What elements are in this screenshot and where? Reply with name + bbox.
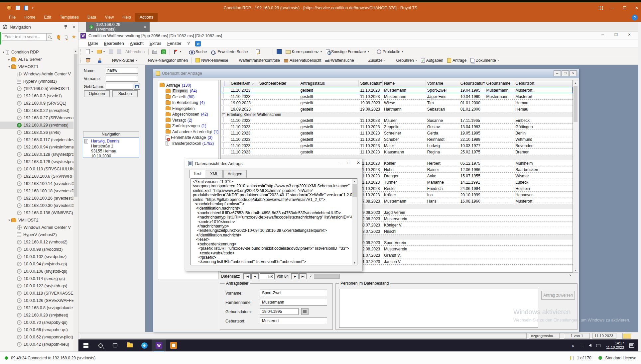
toolbar-open-folder-button[interactable]: ▾ xyxy=(95,48,106,55)
app-maximize-button[interactable]: ❐ xyxy=(612,33,620,37)
notification-center-icon[interactable] xyxy=(629,343,634,348)
edge-button[interactable]: e xyxy=(137,339,152,351)
teamviewer-icon[interactable]: ⇄ xyxy=(195,41,201,46)
column-header-geburtsort[interactable]: Geburtsort xyxy=(514,80,573,87)
geburtsdatum-picker-button[interactable] xyxy=(301,308,309,315)
app-menu-datei[interactable]: Datei xyxy=(86,41,100,46)
scrollbar-thumb[interactable] xyxy=(574,86,577,122)
toolbar-printer-button[interactable] xyxy=(151,48,159,55)
hscrollbar-thumb[interactable] xyxy=(314,274,340,279)
table-row[interactable]: 11.10.2023gestellt11.10.2023MaurerSusann… xyxy=(221,117,573,124)
gebdatum-input[interactable] xyxy=(106,83,133,90)
minimize-button[interactable]: ─ xyxy=(611,6,614,10)
dialog-text-area[interactable]: <?xml version="1.0"?> <vorgang.transport… xyxy=(191,178,357,265)
nav-tree-item-192-168-0-117-srvjvtestdev[interactable]: ✕192.168.0.117 (srvjvtestdev xyxy=(0,136,74,143)
favorites-star-icon[interactable]: ★ xyxy=(72,34,76,40)
toolbar-save-button[interactable] xyxy=(107,48,115,55)
column-header-gestelltam[interactable]: GestelltAm▽ xyxy=(229,80,258,87)
session-tab[interactable]: 192.168.0.29 (srvdmsts) ✕ xyxy=(86,22,150,32)
table-row[interactable]: 11.10.2023gestellt11.10.2023SchreinerGer… xyxy=(221,130,573,136)
table-group-row[interactable]: −Erteilung Kleiner Waffenschein xyxy=(221,112,573,117)
nav-tree-item-10-0-0-114-srvozg-qs[interactable]: ✕10.0.0.114 (srvozg-qs) xyxy=(0,275,74,282)
nav-tree-item-192-168-100-30-srvextest0[interactable]: ✕192.168.100.30 (srvextest0 xyxy=(0,202,74,209)
file-explorer-button[interactable] xyxy=(122,339,137,351)
hscroll-left-icon[interactable]: < xyxy=(310,275,312,278)
last-record-button[interactable]: ▶| xyxy=(299,273,307,279)
nav-tree-item-vmhost1[interactable]: ▾VMHOST1 xyxy=(0,63,74,70)
personen-listbox[interactable] xyxy=(339,289,538,328)
keyboard-icon[interactable] xyxy=(596,344,600,347)
nav-tree-item-10-0-0-126-srvexwaffe[interactable]: ✕10.0.0.126 (SRVEXWAFFE) xyxy=(0,297,74,304)
antragsteller-vorname-input[interactable] xyxy=(260,290,327,296)
toolbar-korrespondenz-button[interactable]: Korrespondenz▾ xyxy=(284,48,323,55)
geburtsort-input[interactable] xyxy=(260,318,327,324)
toolbar-protokolle-button[interactable]: Protokolle▾ xyxy=(375,48,405,55)
toolbar-delete-x-button[interactable] xyxy=(262,48,271,55)
antraege-tree-item-fehlerhafte-antr-ge[interactable]: Fehlerhafte Anträge(3) xyxy=(158,135,218,141)
scroll-down-icon[interactable]: ▼ xyxy=(352,260,357,265)
toolbar-word-button[interactable] xyxy=(275,48,283,55)
toolbar-erweiterte-suche-button[interactable]: Erweiterte Suche xyxy=(209,48,249,55)
nav-tree-item-192-168-100-26-srvextest0[interactable]: ✕192.168.100.26 (srvextest0 xyxy=(0,195,74,202)
scrollbar-thumb[interactable] xyxy=(352,184,357,197)
calendar-button[interactable] xyxy=(134,83,140,90)
toolbar-sonstige-formulare-button[interactable]: Sonstige Formulare▾ xyxy=(324,48,371,55)
nav-tree-item-192-168-100-14-srvextest0[interactable]: ✕192.168.100.14 (srvextest0 xyxy=(0,180,74,187)
familienname-input[interactable] xyxy=(260,299,327,306)
nwr-aufgaben-button[interactable]: Aufgaben xyxy=(419,57,445,64)
nwr-dokumente-button[interactable]: Dokumente▾ xyxy=(469,57,500,64)
task-view-button[interactable] xyxy=(108,339,122,351)
nav-tree-item-192-168-100-18-srvextest0[interactable]: ✕192.168.100.18 (srvextest0 xyxy=(0,187,74,195)
name-input[interactable] xyxy=(106,67,138,74)
scroll-up-icon[interactable]: ▲ xyxy=(73,48,78,53)
uebersicht-titlebar[interactable]: Übersicht der Anträge ─ ❐ ✕ xyxy=(153,69,579,78)
tray-expand-icon[interactable]: ∧ xyxy=(568,344,577,347)
app-menu-fenster[interactable]: Fenster xyxy=(165,41,184,46)
hscroll-right-icon[interactable]: > xyxy=(569,274,571,277)
close-button[interactable]: ✕ xyxy=(635,6,638,10)
table-row[interactable]: 19.09.2023gestellt19.09.2023HartmannSeba… xyxy=(221,106,573,112)
nav-tree-item-192-168-0-9-srvsql[interactable]: ✕192.168.0.9 (SRVSQL) xyxy=(0,100,74,107)
waffenverwaltung-app-button[interactable]: W xyxy=(152,339,166,351)
expanded-expander-icon[interactable]: ▾ xyxy=(7,219,11,222)
nav-tree-item-192-168-100-6-srvnwrfl[interactable]: ✕192.168.100.6 (SRVNWRFL xyxy=(0,173,74,180)
table-header[interactable]: GestelltAm▽SachbearbeiterAntragsstatusSt… xyxy=(221,80,573,87)
nwr-person-button[interactable] xyxy=(96,57,103,64)
scrollbar-thumb[interactable] xyxy=(74,54,77,197)
table-row[interactable]: 11.10.2023gestellt11.10.2023MustermannJä… xyxy=(221,93,573,100)
nav-tree-item-hyperv-vmhost1[interactable]: HyperV (vmhost1) xyxy=(0,78,74,85)
table-row[interactable]: 11.10.2023gestellt11.10.2023SchuberReinh… xyxy=(221,136,573,142)
document-icon[interactable] xyxy=(24,6,28,10)
scroll-down-icon[interactable]: ▼ xyxy=(573,268,578,272)
nav-tree-item-10-0-0-94-srvjstnds-qs[interactable]: ✕10.0.0.94 (srvjstnds-qs) xyxy=(0,260,74,268)
navigation-vertical-scrollbar[interactable]: ▲ ▼ xyxy=(73,48,78,364)
orange-app-button[interactable] xyxy=(166,339,181,351)
toolbar-abbrechen-button[interactable]: Abbrechen xyxy=(124,48,146,55)
app-menu-extras[interactable]: Extras xyxy=(147,41,164,46)
table-vertical-scrollbar[interactable]: ▲ ▼ xyxy=(573,80,578,273)
rts-menu-view[interactable]: View xyxy=(100,13,118,22)
bulb-on-icon[interactable] xyxy=(57,35,60,39)
nav-tree-item-192-168-0-12-vmhost2[interactable]: ✕192.168.0.12 (vmhost2) xyxy=(0,238,74,246)
maximize-button[interactable]: ☐ xyxy=(623,6,626,10)
nwr-nwr-suche-button[interactable]: NWR-Suche▾ xyxy=(104,57,139,64)
nav-tree-item-192-168-0-8-srvjagdakade[interactable]: ✕192.168.0.8 (srvjagdakade xyxy=(0,304,74,312)
scroll-up-icon[interactable]: ▲ xyxy=(573,80,578,85)
nav-tree-item-192-168-0-3-srvdc1[interactable]: ✕192.168.0.3 (srvdc1) xyxy=(0,92,74,100)
dialog-tab-text[interactable]: Text xyxy=(189,170,205,178)
nav-tree-item-192-168-0-22-srvsqltest[interactable]: ✕192.168.0.22 (srvsqltest) xyxy=(0,107,74,114)
pin-icon[interactable] xyxy=(64,25,68,29)
nav-tree-item-alte-server[interactable]: ▸ALTE Server xyxy=(0,56,74,63)
app-menu-help[interactable]: ? xyxy=(185,41,192,46)
person-result-card[interactable]: Hartwig, Dennis Hartstraße 1 93155 Hemau… xyxy=(83,137,139,157)
nav-tree-item-192-168-0-94-srvksinforma[interactable]: ✕192.168.0.94 (srvksinforma xyxy=(0,143,74,151)
nav-tree-item-192-168-0-5-vmhost1[interactable]: ✕(192.168.0.5) VMHOST1 xyxy=(0,85,74,92)
suchen-button[interactable]: Suchen xyxy=(112,90,138,97)
dialog-close-button[interactable]: ✕ xyxy=(357,160,360,165)
uebersicht-restore-button[interactable]: ❐ xyxy=(562,70,569,76)
qat-dropdown-icon[interactable]: ▾ xyxy=(32,6,34,10)
toolbar-save-all-button[interactable] xyxy=(115,48,123,55)
taskbar-search-button[interactable] xyxy=(93,339,108,351)
nav-tree-item-192-168-0-28-srvjsttest[interactable]: ✕192.168.0.28 (srvjsttest) xyxy=(0,312,74,319)
nav-tree-item-10-0-0-70-srvapoby-qs[interactable]: ✕10.0.0.70 (srvapoby-qs) xyxy=(0,319,74,326)
